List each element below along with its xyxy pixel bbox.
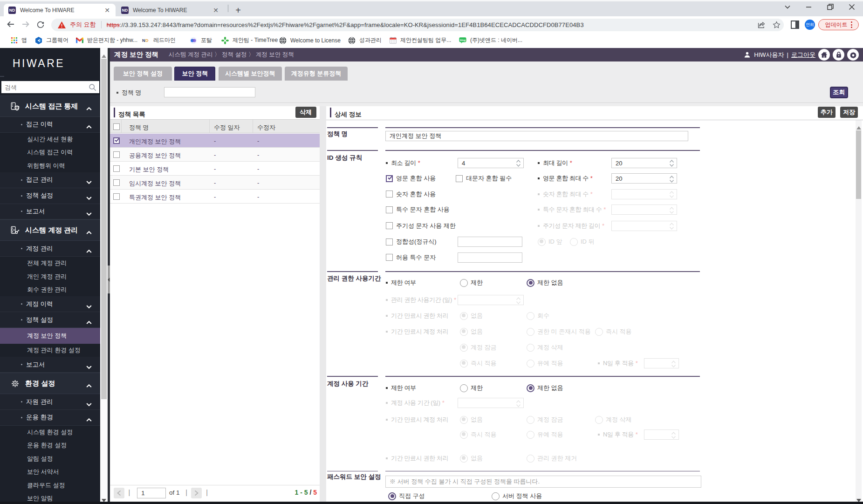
home-button[interactable] — [818, 49, 830, 61]
add-button[interactable]: 추가 — [818, 107, 836, 118]
sidebar-item-menu[interactable]: 접근 관리 — [0, 172, 100, 188]
browser-menu-icon[interactable] — [851, 21, 852, 28]
bookmark-item[interactable]: 받은편지함 - yhhw... — [76, 33, 137, 48]
omnibox-url[interactable]: ://3.39.153.247:8443/frame?domain=resour… — [120, 21, 584, 28]
page-number-input[interactable]: 1 — [137, 488, 166, 498]
logout-link[interactable]: 로그아웃 — [791, 51, 815, 59]
radio-unselected[interactable] — [527, 455, 534, 463]
sidebar-item-menu[interactable]: 운용 환경 설정 — [0, 439, 100, 452]
gear-button[interactable] — [847, 49, 859, 61]
spinner-field[interactable]: 20 — [611, 173, 677, 184]
save-button[interactable]: 저장 — [840, 107, 858, 118]
row-checkbox[interactable] — [113, 179, 120, 186]
sidebar-item-menu[interactable]: 시스템 접근 이력 — [0, 146, 100, 159]
sidebar-item-menu[interactable]: 정책 설정 — [0, 188, 100, 204]
sidebar-item-menu[interactable]: 클라우드 설정 — [0, 478, 100, 491]
reload-button[interactable] — [36, 20, 46, 30]
delete-button[interactable]: 삭제 — [295, 107, 316, 118]
bookmark-item[interactable]: 제안컨설팅팀 업무... — [389, 33, 451, 48]
spinner-field[interactable]: 20 — [611, 158, 677, 168]
policy-table-row[interactable]: 특권계정 보안 정책-- — [110, 190, 320, 204]
checkbox-unchecked[interactable] — [386, 191, 393, 198]
select-all-checkbox[interactable] — [113, 123, 120, 130]
module-tab[interactable]: 시스템별 보안정책 — [219, 67, 282, 81]
policy-name-filter-input[interactable] — [164, 87, 256, 97]
sidebar-item-menu[interactable]: 접근 이력 — [0, 117, 100, 133]
policy-table-row[interactable]: 임시계정 보안 정책-- — [110, 176, 320, 190]
detail-scrollbar[interactable] — [856, 120, 862, 502]
bookmark-item[interactable]: 성과관리 — [348, 33, 382, 48]
sidebar-item-menu[interactable]: 위험행위 이력 — [0, 159, 100, 172]
radio-unselected[interactable] — [527, 328, 534, 336]
window-restore-icon[interactable] — [826, 2, 835, 12]
bookmark-item[interactable]: 그룹웨어 — [35, 33, 68, 48]
row-checkbox[interactable] — [113, 137, 120, 144]
prev-page-button[interactable] — [114, 488, 124, 498]
radio-selected[interactable] — [460, 416, 468, 424]
bookmark-item[interactable]: ND레드마인 — [142, 33, 176, 48]
sidebar-item-menu[interactable]: 전체 계정 관리 — [0, 257, 100, 270]
checkbox-unchecked[interactable] — [456, 175, 463, 182]
scroll-up-icon[interactable] — [856, 123, 861, 126]
checkbox-unchecked[interactable] — [386, 222, 393, 229]
sidebar-item-menu[interactable]: 보고서 — [0, 357, 100, 373]
scrollbar-thumb[interactable] — [101, 59, 107, 399]
text-input[interactable] — [458, 252, 522, 263]
module-tab[interactable]: 계정유형 분류정책 — [285, 67, 347, 81]
bookmark-item[interactable]: blog(주)넷앤드 : 네이버... — [459, 33, 522, 48]
scroll-down-icon[interactable] — [102, 496, 106, 499]
row-checkbox[interactable] — [113, 165, 120, 172]
browser-tab[interactable]: NDWelcome To HIWARE✕ — [116, 4, 224, 16]
checkbox-checked[interactable] — [386, 175, 393, 182]
sidebar-item-group[interactable]: 시스템 계정 관리 — [0, 219, 100, 241]
sidebar-search-input[interactable] — [1, 84, 89, 91]
profile-avatar[interactable]: 연희 — [805, 20, 815, 30]
radio-selected[interactable] — [460, 312, 468, 320]
tab-close-icon[interactable]: ✕ — [103, 7, 111, 14]
text-input[interactable] — [458, 237, 522, 247]
next-page-button[interactable] — [191, 488, 202, 498]
scrollbar-thumb[interactable] — [856, 130, 861, 199]
window-minimize-icon[interactable] — [804, 2, 814, 12]
forward-button[interactable] — [21, 20, 31, 29]
radio-unselected[interactable] — [460, 279, 468, 287]
sidebar-item-menu[interactable]: 계정 관리 — [0, 241, 100, 257]
row-checkbox[interactable] — [113, 151, 120, 158]
bookmark-star-icon[interactable] — [772, 20, 782, 30]
checkbox-unchecked[interactable] — [386, 254, 393, 261]
policy-name-input[interactable]: 개인계정 보안 정책 — [385, 131, 688, 141]
sidebar-item-menu[interactable]: 계정 보안 정책 — [0, 328, 100, 344]
spinner-field[interactable] — [458, 295, 524, 305]
radio-unselected[interactable] — [595, 416, 603, 424]
radio-unselected[interactable] — [460, 384, 468, 392]
sidebar-item-menu[interactable]: 보안 서약서 — [0, 465, 100, 478]
share-icon[interactable] — [757, 20, 767, 30]
radio-unselected[interactable] — [527, 344, 534, 352]
checkbox-unchecked[interactable] — [386, 206, 393, 213]
bookmark-item[interactable]: 포탈 — [190, 33, 212, 48]
row-checkbox[interactable] — [113, 193, 120, 200]
sidebar-item-menu[interactable]: 알림 설정 — [0, 452, 100, 465]
policy-table-row[interactable]: 공용계정 보안 정책-- — [110, 148, 320, 162]
sidebar-item-menu[interactable]: 자원 관리 — [0, 394, 100, 410]
radio-unselected[interactable] — [527, 416, 534, 424]
bookmark-item[interactable]: 제안팀 - TimeTree — [221, 33, 278, 48]
radio-selected[interactable] — [460, 455, 468, 463]
radio-unselected[interactable] — [570, 238, 578, 246]
radio-unselected[interactable] — [492, 492, 500, 500]
spinner-field[interactable] — [611, 221, 677, 231]
radio-selected[interactable] — [460, 344, 468, 352]
policy-table-row[interactable]: 기본 보안 정책-- — [110, 162, 320, 176]
radio-selected[interactable] — [460, 328, 468, 336]
checkbox-unchecked[interactable] — [386, 238, 393, 245]
radio-unselected[interactable] — [595, 328, 603, 336]
module-tab[interactable]: 보안 정책 설정 — [114, 67, 172, 81]
window-close-icon[interactable] — [847, 2, 856, 12]
spinner-field[interactable] — [611, 204, 677, 215]
bookmark-item[interactable]: 앱 — [10, 33, 27, 48]
sidebar-item-menu[interactable]: 보고서 — [0, 204, 100, 220]
radio-unselected[interactable] — [527, 431, 534, 439]
radio-unselected[interactable] — [527, 360, 534, 368]
update-button[interactable]: 업데이트 — [818, 19, 859, 30]
spinner-field[interactable] — [644, 358, 679, 368]
